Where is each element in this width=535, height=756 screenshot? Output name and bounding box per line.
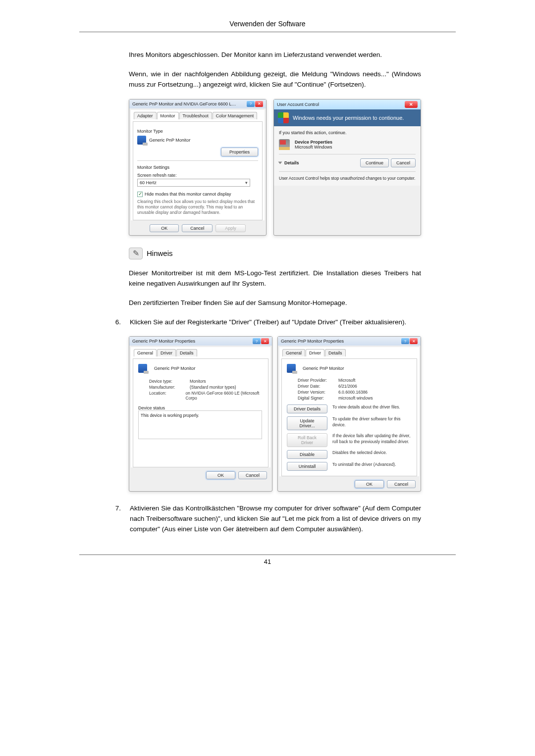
tab-adapter[interactable]: Adapter bbox=[134, 112, 157, 119]
device-icon bbox=[279, 139, 290, 150]
monitor-props-general-dialog: Generic PnP Monitor Properties ? ✕ Gener… bbox=[129, 336, 272, 492]
body-para-1: Ihres Monitors abgeschlossen. Der Monito… bbox=[129, 50, 421, 60]
uac-title-text: User Account Control bbox=[277, 102, 319, 107]
help-icon[interactable]: ? bbox=[401, 338, 409, 344]
monitor-icon bbox=[287, 364, 296, 373]
tab-driver[interactable]: Driver bbox=[306, 349, 324, 356]
monitor-icon bbox=[137, 136, 146, 145]
dialog-title-text: Generic PnP Monitor and NVIDIA GeForce 6… bbox=[132, 101, 236, 106]
help-icon[interactable]: ? bbox=[247, 101, 255, 107]
digital-signer-value: microsoft windows bbox=[338, 396, 373, 401]
monitor-generic-label: Generic PnP Monitor bbox=[154, 366, 195, 371]
monitor-type-label: Monitor Type bbox=[137, 129, 258, 134]
tab-details[interactable]: Details bbox=[176, 349, 197, 356]
chevron-down-icon[interactable] bbox=[278, 161, 282, 164]
ol-7-text: Aktivieren Sie das Kontrollkästchen "Bro… bbox=[130, 504, 421, 535]
tab-driver[interactable]: Driver bbox=[157, 349, 176, 356]
driver-details-desc: To view details about the driver files. bbox=[332, 404, 400, 410]
close-icon[interactable]: ✕ bbox=[405, 101, 418, 108]
page-number: 41 bbox=[79, 558, 456, 565]
tab-general[interactable]: General bbox=[134, 349, 157, 356]
uac-ms-windows: Microsoft Windows bbox=[295, 145, 332, 150]
ol-7-number: 7. bbox=[111, 504, 121, 535]
uac-device-properties: Device Properties bbox=[295, 140, 332, 145]
device-type-value: Monitors bbox=[190, 379, 206, 384]
ok-button[interactable]: OK bbox=[355, 480, 384, 488]
apply-button[interactable]: Apply bbox=[215, 224, 246, 232]
dialog-titlebar: Generic PnP Monitor and NVIDIA GeForce 6… bbox=[129, 100, 266, 108]
driver-provider-label: Driver Provider: bbox=[298, 378, 338, 383]
uac-dialog: User Account Control ✕ Windows needs you… bbox=[273, 99, 421, 236]
driver-provider-value: Microsoft bbox=[338, 378, 355, 383]
note-para-1: Dieser Monitortreiber ist mit dem MS-Log… bbox=[129, 268, 421, 289]
device-status-text: This device is working properly. bbox=[141, 413, 199, 418]
location-value: on NVIDIA GeForce 6600 LE (Microsoft Cor… bbox=[186, 391, 263, 401]
refresh-rate-label: Screen refresh rate: bbox=[137, 173, 258, 178]
ol-6-text: Klicken Sie auf der Registerkarte "Drive… bbox=[130, 317, 406, 328]
note-para-2: Den zertifizierten Treiber finden Sie au… bbox=[129, 298, 421, 308]
tab-troubleshoot[interactable]: Troubleshoot bbox=[179, 112, 212, 119]
disable-button[interactable]: Disable bbox=[287, 450, 327, 459]
uninstall-button[interactable]: Uninstall bbox=[287, 462, 327, 471]
close-icon[interactable]: ✕ bbox=[410, 338, 418, 344]
tab-general[interactable]: General bbox=[282, 349, 305, 356]
cancel-button[interactable]: Cancel bbox=[391, 158, 416, 167]
ok-button[interactable]: OK bbox=[206, 471, 235, 479]
disable-desc: Disables the selected device. bbox=[332, 450, 387, 455]
rollback-driver-button[interactable]: Roll Back Driver bbox=[287, 433, 327, 447]
help-icon[interactable]: ? bbox=[253, 338, 261, 344]
rollback-driver-desc: If the device fails after updating the d… bbox=[332, 433, 412, 444]
refresh-rate-value: 60 Hertz bbox=[140, 180, 157, 185]
note-label: Hinweis bbox=[147, 249, 173, 257]
hide-modes-help: Clearing this check box allows you to se… bbox=[137, 199, 258, 215]
tab-details[interactable]: Details bbox=[325, 349, 346, 356]
monitor-settings-label: Monitor Settings bbox=[137, 165, 258, 170]
device-status-label: Device status bbox=[138, 405, 263, 410]
ol-6-number: 6. bbox=[111, 317, 121, 328]
driver-version-label: Driver Version: bbox=[298, 390, 338, 395]
close-icon[interactable]: ✕ bbox=[261, 338, 269, 344]
device-status-box: This device is working properly. bbox=[138, 410, 262, 439]
properties-button[interactable]: Properties bbox=[221, 148, 258, 156]
monitor-props-driver-dialog: Generic PnP Monitor Properties ? ✕ Gener… bbox=[277, 336, 421, 492]
update-driver-button[interactable]: Update Driver... bbox=[287, 416, 327, 430]
monitor-icon bbox=[138, 364, 147, 373]
cancel-button[interactable]: Cancel bbox=[238, 471, 267, 479]
dialog-title-text: Generic PnP Monitor Properties bbox=[281, 339, 344, 344]
shield-icon bbox=[278, 112, 289, 123]
driver-date-value: 6/21/2006 bbox=[338, 384, 357, 389]
cancel-button[interactable]: Cancel bbox=[182, 224, 213, 232]
continue-button[interactable]: Continue bbox=[360, 158, 389, 167]
note-icon: ✎ bbox=[129, 248, 143, 259]
hide-modes-checkbox[interactable]: ✓ bbox=[137, 192, 143, 197]
monitor-generic-label: Generic PnP Monitor bbox=[149, 138, 190, 143]
uac-banner: Windows needs your permission to contion… bbox=[274, 109, 421, 126]
device-type-label: Device type: bbox=[149, 379, 190, 384]
monitor-generic-label: Generic PnP Monitor bbox=[303, 366, 344, 371]
ok-button[interactable]: OK bbox=[150, 224, 179, 232]
driver-version-value: 6.0.6000.16386 bbox=[338, 390, 368, 395]
uac-details-toggle[interactable]: Details bbox=[284, 160, 299, 165]
figures-row-2: Generic PnP Monitor Properties ? ✕ Gener… bbox=[129, 336, 421, 492]
figures-row-1: Generic PnP Monitor and NVIDIA GeForce 6… bbox=[129, 99, 421, 236]
location-label: Location: bbox=[149, 391, 186, 401]
manufacturer-label: Manufacturer: bbox=[149, 385, 190, 390]
dialog-title-text: Generic PnP Monitor Properties bbox=[132, 339, 195, 344]
tab-monitor[interactable]: Monitor bbox=[157, 112, 179, 119]
driver-details-button[interactable]: Driver Details bbox=[287, 404, 327, 413]
uninstall-desc: To uninstall the driver (Advanced). bbox=[332, 462, 396, 467]
footer-rule bbox=[79, 554, 456, 555]
uac-banner-text: Windows needs your permission to contion… bbox=[293, 115, 404, 121]
close-icon[interactable]: ✕ bbox=[255, 101, 263, 107]
cancel-button[interactable]: Cancel bbox=[387, 480, 416, 488]
uac-if-started: If you started this action, continue. bbox=[279, 130, 416, 135]
tab-color-management[interactable]: Color Management bbox=[213, 112, 258, 119]
body-para-2: Wenn, wie in der nachfolgenden Abbildung… bbox=[129, 69, 421, 90]
driver-date-label: Driver Date: bbox=[298, 384, 338, 389]
header-rule bbox=[79, 32, 456, 32]
digital-signer-label: Digital Signer: bbox=[298, 396, 338, 401]
page-header: Verwenden der Software bbox=[79, 20, 456, 28]
refresh-rate-select[interactable]: 60 Hertz ▾ bbox=[137, 179, 250, 187]
uac-footer-text: User Account Control helps stop unauthor… bbox=[279, 176, 416, 181]
uac-titlebar: User Account Control ✕ bbox=[274, 100, 421, 109]
